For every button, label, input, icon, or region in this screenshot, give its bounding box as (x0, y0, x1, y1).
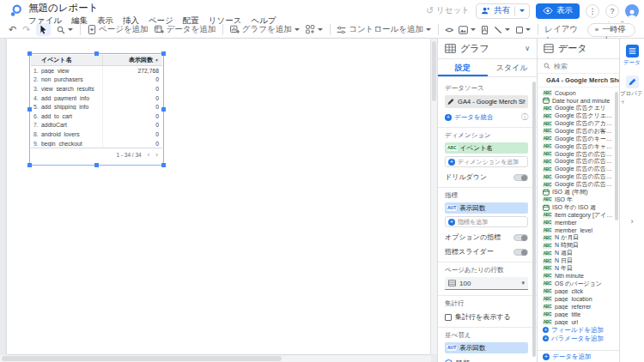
add-control-button[interactable]: コントロールを追加 (337, 24, 431, 35)
field-item[interactable]: ABCOS のバージョン (538, 280, 619, 287)
zoom-tool-button[interactable] (57, 26, 73, 34)
info-icon[interactable]: ⓘ (521, 112, 528, 122)
chart-type-collapse-icon[interactable]: ∨ (525, 45, 530, 52)
add-field-link[interactable]: + フィールドを追加 (538, 326, 619, 335)
add-metric-field[interactable]: + 指標を追加 (445, 216, 528, 227)
field-item[interactable]: ABCmember (538, 219, 619, 226)
chart-panel-scrollbar[interactable] (532, 81, 536, 357)
share-dropdown-caret[interactable] (519, 9, 525, 12)
prev-page-icon[interactable]: ‹ (148, 151, 150, 159)
report-title[interactable]: 無題のレポート (28, 2, 276, 15)
canvas-horizontal-scrollbar[interactable] (0, 355, 431, 362)
share-button[interactable]: 共有 (476, 3, 530, 19)
metric-chip[interactable]: AUT 表示回数 (445, 202, 528, 214)
text-tool-button[interactable]: A (482, 26, 488, 34)
rail-tab-data[interactable]: データ (623, 45, 641, 67)
text-field-icon: ABC (543, 113, 552, 119)
menu-item[interactable]: ページ (149, 15, 173, 27)
date-field-icon (543, 204, 550, 211)
menu-item[interactable]: 編集 (71, 15, 88, 27)
data-panel-scrollbar[interactable] (615, 92, 618, 220)
add-dimension-field[interactable]: + ディメンションを追加 (445, 156, 528, 167)
field-item[interactable]: ABCpage_location (538, 295, 619, 303)
sort-desc-option[interactable]: 降順 (445, 359, 528, 362)
table-row: 9.begin_checkout0 (31, 139, 162, 148)
resize-handle-se[interactable] (161, 163, 166, 167)
field-label: member_level (555, 227, 592, 233)
canvas[interactable]: イベント名 表示回数 ▼ 1.page_view272,7682.non_pur… (0, 39, 438, 362)
field-item[interactable]: ISO 週 (年間) (538, 189, 619, 196)
field-item[interactable]: ABCN 年目 (538, 264, 619, 272)
rail-collapse-icon[interactable]: › (620, 217, 644, 226)
field-item[interactable]: ABCN 週目 (538, 250, 619, 257)
resize-handle-n[interactable] (94, 51, 99, 56)
menu-item[interactable]: リソース (209, 15, 242, 27)
resize-handle-ne[interactable] (161, 51, 166, 56)
text-field-icon: ABC (543, 243, 552, 249)
reset-button[interactable]: ↺ リセット (426, 5, 470, 16)
table-pagination: 1 - 34 / 34 ‹ › (31, 148, 162, 160)
value-cell: 0 (102, 139, 162, 148)
blend-data-link[interactable]: + データを統合 ⓘ (445, 112, 528, 122)
column-header-event[interactable]: イベント名 (31, 56, 102, 64)
shape-tool-button[interactable] (516, 27, 531, 33)
optional-metrics-toggle[interactable] (513, 234, 528, 241)
embed-icon[interactable]: <> (446, 26, 453, 34)
data-source-header[interactable]: GA4 - Google Merch Shop (538, 74, 619, 87)
field-item[interactable]: ABCpage_url (538, 318, 619, 326)
add-parameter-link[interactable]: + パラメータを追加 (538, 335, 619, 343)
field-item[interactable]: ABCitem category [アイテムのカテゴリ] (538, 211, 619, 219)
column-header-views[interactable]: 表示回数 ▼ (102, 55, 162, 65)
pause-updates-button[interactable]: 更新を一時停止 (587, 23, 635, 37)
resize-handle-e[interactable] (161, 107, 166, 112)
field-search-input[interactable]: 検索 (538, 59, 619, 74)
field-item[interactable]: ABCpage_title (538, 311, 619, 318)
resize-handle-s[interactable] (94, 163, 99, 167)
drilldown-toggle[interactable] (513, 174, 528, 181)
field-item[interactable]: ABCN 時間目 (538, 242, 619, 250)
resize-handle-nw[interactable] (27, 51, 32, 56)
menu-item[interactable]: 挿入 (123, 15, 139, 27)
show-summary-checkbox-row[interactable]: 集計行を表示する (445, 312, 528, 322)
events-table-component[interactable]: イベント名 表示回数 ▼ 1.page_view272,7682.non_pur… (31, 55, 162, 164)
tab-setup[interactable]: 設定 (438, 59, 488, 76)
text-field-icon: ABC (543, 281, 552, 287)
undo-button[interactable]: ↶ (9, 25, 16, 34)
report-page[interactable]: イベント名 表示回数 ▼ 1.page_view272,7682.non_pur… (7, 39, 430, 354)
resize-handle-w[interactable] (27, 107, 32, 112)
canvas-vertical-scrollbar[interactable] (431, 39, 437, 354)
dimension-chip[interactable]: ABC イベント名 (445, 142, 528, 154)
field-item[interactable]: ABCN 日目 (538, 257, 619, 265)
field-label: member (555, 220, 577, 226)
menu-item[interactable]: 配置 (183, 15, 199, 27)
rail-tab-properties[interactable]: プロパティ (620, 75, 644, 106)
field-item[interactable]: ABCCoupon (538, 89, 619, 97)
metric-slider-toggle[interactable] (513, 249, 528, 256)
row-number: 4. (31, 95, 41, 101)
field-item[interactable]: ABCpage_click (538, 287, 619, 295)
resize-handle-sw[interactable] (27, 163, 32, 167)
line-tool-button[interactable] (494, 26, 510, 34)
tab-style[interactable]: スタイル (488, 59, 538, 76)
right-rail: データ プロパティ › (620, 39, 644, 362)
field-item[interactable]: ABCpage_referrer (538, 303, 619, 311)
menu-item[interactable]: ファイル (28, 15, 62, 27)
data-source-chip[interactable]: GA4 - Google Merch Shop (445, 95, 528, 108)
avatar[interactable] (625, 4, 639, 18)
view-button[interactable]: 表示 (536, 3, 580, 19)
more-options-button[interactable]: ⋮ (586, 4, 599, 18)
field-list-scroll[interactable]: ABCCouponDate hour and minuteABCGoogle 広… (538, 87, 619, 350)
metric-label: 指標 (445, 191, 528, 200)
image-tool-button[interactable] (459, 26, 476, 34)
add-data-link[interactable]: + データを追加 › (538, 350, 619, 362)
looker-studio-logo[interactable] (9, 4, 22, 17)
community-visualizations-button[interactable] (306, 25, 323, 34)
menu-item[interactable]: ヘルプ (252, 15, 276, 27)
menu-item[interactable]: 表示 (97, 15, 113, 27)
next-page-icon[interactable]: › (155, 151, 158, 159)
sort-field-chip[interactable]: AUT 表示回数 (445, 342, 528, 353)
plus-icon: + (543, 353, 550, 360)
checkbox[interactable] (445, 314, 452, 321)
help-button[interactable]: ? (605, 4, 619, 18)
rows-per-page-select[interactable]: 100 ▾ (445, 277, 528, 290)
